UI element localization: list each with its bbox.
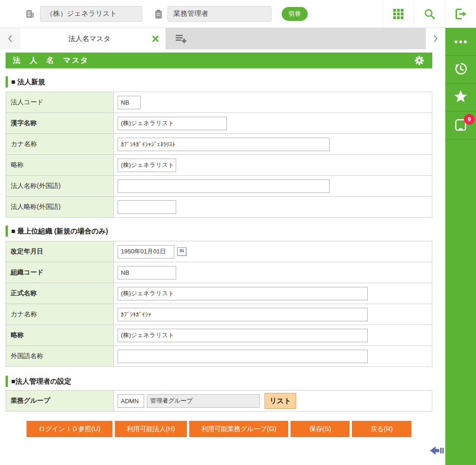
- top-organization-table: 改定年月日 31 組織コード 正式名称 カナ名称: [6, 241, 432, 367]
- gear-icon[interactable]: [414, 55, 425, 66]
- tab-corporate-name-master[interactable]: 法人名マスタ: [20, 28, 165, 49]
- section-heading-corporate-new: ■ 法人新規: [6, 76, 432, 88]
- table-row: 法人名称(外国語): [6, 176, 432, 197]
- calendar-icon[interactable]: 31: [177, 247, 186, 256]
- org-short-name-input[interactable]: [118, 329, 368, 342]
- table-row: 略称: [6, 155, 432, 176]
- tab-strip: 法人名マスタ: [0, 28, 445, 49]
- table-row: 組織コード: [6, 262, 432, 283]
- app-header: 切替: [0, 0, 476, 28]
- table-row: 法人コード: [6, 92, 432, 113]
- right-sidebar: 9: [445, 28, 476, 465]
- table-row: 略称: [6, 325, 432, 346]
- favorites-button[interactable]: [445, 84, 476, 112]
- work-group-name-field: [147, 394, 260, 408]
- table-row: 法人略称(外国語): [6, 197, 432, 218]
- company-field[interactable]: [40, 6, 142, 22]
- short-name-input[interactable]: [118, 159, 176, 172]
- tab-title: 法人名マスタ: [27, 34, 152, 43]
- table-row: 業務グループ リスト: [6, 391, 432, 412]
- history-button[interactable]: [445, 56, 476, 84]
- work-group-code-input[interactable]: [118, 394, 144, 408]
- section-bar: [6, 376, 8, 387]
- section-heading-top-organization: ■ 最上位組織 (新規の場合のみ): [6, 225, 432, 237]
- revision-date-input[interactable]: [118, 245, 174, 259]
- history-icon: [453, 61, 468, 78]
- switch-button[interactable]: 切替: [282, 7, 308, 21]
- org-foreign-name-input[interactable]: [118, 350, 368, 363]
- role-field[interactable]: [167, 6, 271, 22]
- table-row: カナ名称: [6, 304, 432, 325]
- table-row: 外国語名称: [6, 346, 432, 367]
- tab-scroll-left-icon[interactable]: [0, 28, 20, 49]
- clipboard-icon: [154, 9, 163, 19]
- table-row: カナ名称: [6, 134, 432, 155]
- kanji-name-input[interactable]: [118, 117, 227, 130]
- ellipsis-icon: [455, 40, 467, 43]
- foreign-short-name-input[interactable]: [118, 200, 176, 214]
- tab-strip-empty: [165, 28, 426, 49]
- corporate-code-input[interactable]: [118, 96, 141, 109]
- kana-name-input[interactable]: [118, 138, 330, 151]
- table-row: 正式名称: [6, 283, 432, 304]
- org-kana-name-input[interactable]: [118, 308, 368, 321]
- section-heading-admin-settings: ■法人管理者の設定: [6, 375, 432, 387]
- table-row: 改定年月日 31: [6, 241, 432, 262]
- tab-close-icon[interactable]: [152, 35, 159, 42]
- table-row: 漢字名称: [6, 113, 432, 134]
- company-icon: [25, 9, 35, 19]
- action-button-row: ログインＩＤ参照(U) 利用可能法人(H) 利用可能業務グループ(G) 保存(S…: [6, 421, 432, 437]
- add-tab-icon[interactable]: [175, 33, 187, 44]
- foreign-name-input[interactable]: [118, 179, 330, 193]
- apps-grid-icon[interactable]: [383, 0, 414, 28]
- search-icon[interactable]: [414, 0, 445, 28]
- section-bar: [6, 226, 8, 237]
- section-bar: [6, 76, 8, 87]
- available-work-group-button[interactable]: 利用可能業務グループ(G): [189, 421, 288, 437]
- page-title: 法 人 名 マスタ: [13, 56, 89, 66]
- login-id-ref-button[interactable]: ログインＩＤ参照(U): [26, 421, 112, 437]
- tab-scroll-right-icon[interactable]: [426, 28, 445, 49]
- available-corporate-button[interactable]: 利用可能法人(H): [115, 421, 187, 437]
- collapse-left-icon[interactable]: [430, 445, 444, 458]
- corporate-new-table: 法人コード 漢字名称 カナ名称 略称 法人名称(外国語) 法人略称(外国語): [6, 92, 432, 218]
- star-icon: [454, 90, 468, 105]
- more-menu-button[interactable]: [445, 28, 476, 56]
- org-code-input[interactable]: [118, 266, 176, 279]
- list-button[interactable]: リスト: [264, 393, 296, 409]
- header-actions: [383, 0, 476, 28]
- logout-icon[interactable]: [445, 0, 476, 28]
- device-notifications-button[interactable]: 9: [445, 112, 476, 140]
- notification-badge: 9: [464, 114, 475, 125]
- page-title-bar: 法 人 名 マスタ: [6, 53, 432, 68]
- main-content: ■ 法人新規 法人コード 漢字名称 カナ名称 略称 法人名称(外国語) 法人略称…: [6, 68, 432, 437]
- official-name-input[interactable]: [118, 287, 368, 300]
- save-button[interactable]: 保存(S): [291, 421, 350, 437]
- admin-settings-table: 業務グループ リスト: [6, 390, 432, 412]
- back-button[interactable]: 戻る(R): [352, 421, 411, 437]
